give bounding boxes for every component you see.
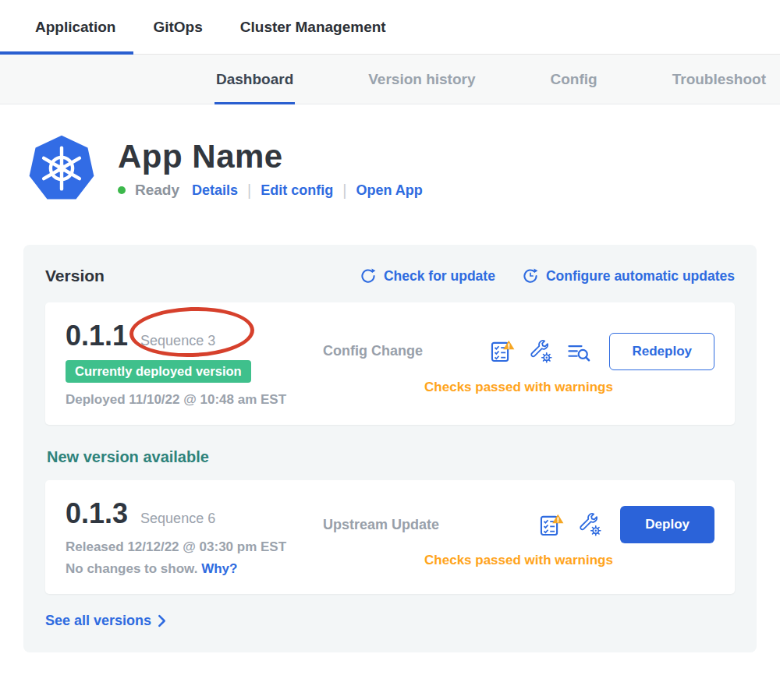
edit-config-link[interactable]: Edit config: [261, 182, 333, 199]
new-version-sequence: Sequence 6: [140, 511, 215, 527]
see-all-versions-link[interactable]: See all versions: [45, 613, 166, 629]
deployed-timestamp: Deployed 11/10/22 @ 10:48 am EST: [66, 392, 323, 408]
list-search-icon[interactable]: [566, 340, 590, 363]
top-nav: Application GitOps Cluster Management: [0, 0, 780, 55]
tab-config-label: Config: [551, 71, 597, 88]
tab-version-history[interactable]: Version history: [368, 55, 475, 104]
separator: |: [342, 182, 346, 200]
current-version-right: Config Change: [323, 333, 714, 395]
refresh-icon: [360, 267, 377, 285]
new-version-card: 0.1.3 Sequence 6 Released 12/12/22 @ 03:…: [45, 480, 735, 594]
tab-gitops[interactable]: GitOps: [153, 0, 202, 54]
status-text: Ready: [135, 182, 179, 199]
current-version-number: 0.1.1: [66, 320, 128, 352]
checklist-warning-icon[interactable]: [539, 513, 564, 537]
check-for-update-label: Check for update: [384, 268, 495, 285]
status-dot: [118, 186, 126, 194]
no-changes-line: No changes to show. Why?: [66, 561, 323, 577]
separator: |: [247, 182, 251, 200]
tab-gitops-label: GitOps: [153, 19, 202, 36]
version-actions: Check for update Configure automatic upd…: [360, 267, 735, 285]
deploy-button[interactable]: Deploy: [620, 506, 714, 543]
version-heading: Version: [45, 267, 105, 285]
check-for-update-link[interactable]: Check for update: [360, 267, 495, 285]
new-check-icons: [467, 513, 601, 537]
wrench-gear-icon[interactable]: [529, 340, 552, 363]
current-version-info: 0.1.1 Sequence 3 Currently deployed vers…: [66, 320, 323, 408]
new-version-right: Upstream Update: [323, 506, 714, 568]
new-version-number: 0.1.3: [66, 497, 128, 530]
released-timestamp: Released 12/12/22 @ 03:30 pm EST: [66, 539, 323, 555]
redeploy-button[interactable]: Redeploy: [609, 333, 714, 370]
tab-version-history-label: Version history: [368, 71, 475, 88]
app-header: App Name Ready Details | Edit config | O…: [27, 134, 780, 203]
why-link[interactable]: Why?: [201, 561, 237, 576]
current-version-card: 0.1.1 Sequence 3 Currently deployed vers…: [45, 302, 735, 425]
see-all-versions-label: See all versions: [45, 613, 151, 629]
kubernetes-logo-icon: [27, 134, 96, 203]
current-version-sequence: Sequence 3: [140, 333, 215, 349]
tab-dashboard-label: Dashboard: [216, 71, 293, 88]
status-row: Ready Details | Edit config | Open App: [118, 182, 423, 200]
chevron-right-icon: [158, 614, 166, 628]
new-version-heading: New version available: [47, 448, 735, 466]
current-change-type: Config Change: [323, 343, 467, 359]
open-app-link[interactable]: Open App: [356, 182, 422, 199]
current-checks-status: Checks passed with warnings: [323, 380, 714, 395]
wrench-gear-icon[interactable]: [578, 513, 601, 536]
page-title: App Name: [118, 138, 423, 175]
deployed-badge: Currently deployed version: [66, 360, 251, 383]
new-version-info: 0.1.3 Sequence 6 Released 12/12/22 @ 03:…: [66, 497, 323, 577]
no-changes-text: No changes to show.: [66, 561, 197, 576]
version-panel-header: Version Check for update: [45, 267, 735, 285]
tab-troubleshoot-label: Troubleshoot: [672, 71, 766, 88]
tab-cluster-management-label: Cluster Management: [240, 19, 386, 36]
configure-updates-link[interactable]: Configure automatic updates: [522, 267, 735, 285]
tab-cluster-management[interactable]: Cluster Management: [240, 0, 386, 54]
scheduled-update-icon: [522, 267, 539, 285]
new-version-row: 0.1.3 Sequence 6: [66, 497, 323, 530]
tab-application-label: Application: [35, 19, 115, 36]
tab-application[interactable]: Application: [35, 0, 115, 54]
configure-updates-label: Configure automatic updates: [546, 268, 735, 285]
tab-dashboard[interactable]: Dashboard: [216, 55, 293, 104]
sub-nav: Dashboard Version history Config Trouble…: [0, 55, 780, 104]
details-link[interactable]: Details: [192, 182, 238, 199]
annotation-ellipse: [129, 305, 255, 359]
tab-config[interactable]: Config: [551, 55, 597, 104]
current-version-row: 0.1.1 Sequence 3: [66, 320, 323, 352]
new-checks-status: Checks passed with warnings: [323, 553, 714, 568]
checklist-warning-icon[interactable]: [490, 339, 515, 363]
app-header-text: App Name Ready Details | Edit config | O…: [118, 138, 423, 200]
new-change-type: Upstream Update: [323, 517, 467, 533]
version-panel: Version Check for update: [23, 245, 757, 652]
current-check-icons: [467, 339, 590, 363]
tab-troubleshoot[interactable]: Troubleshoot: [672, 55, 766, 104]
